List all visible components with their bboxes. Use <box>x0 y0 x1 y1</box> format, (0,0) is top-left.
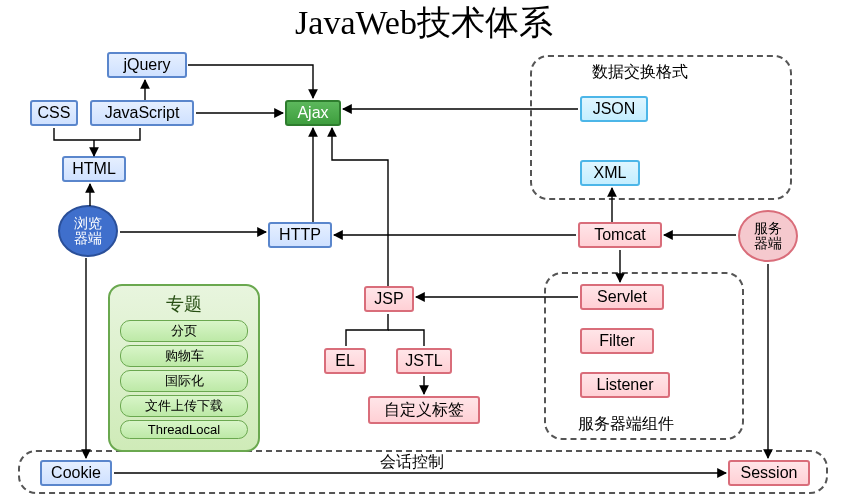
node-session: Session <box>728 460 810 486</box>
diagram-title: JavaWeb技术体系 <box>0 0 848 46</box>
node-tomcat: Tomcat <box>578 222 662 248</box>
group-data-format-label: 数据交换格式 <box>592 62 688 83</box>
node-server: 服务 器端 <box>738 210 798 262</box>
node-servlet: Servlet <box>580 284 664 310</box>
topic-item: ThreadLocal <box>120 420 248 439</box>
node-http: HTTP <box>268 222 332 248</box>
node-jsp: JSP <box>364 286 414 312</box>
topics-title: 专题 <box>120 292 248 316</box>
topic-item: 国际化 <box>120 370 248 392</box>
node-cookie: Cookie <box>40 460 112 486</box>
node-custom-tag: 自定义标签 <box>368 396 480 424</box>
node-el: EL <box>324 348 366 374</box>
node-html: HTML <box>62 156 126 182</box>
topic-item: 文件上传下载 <box>120 395 248 417</box>
node-ajax: Ajax <box>285 100 341 126</box>
node-json: JSON <box>580 96 648 122</box>
group-server-components-label: 服务器端组件 <box>578 414 674 435</box>
node-listener: Listener <box>580 372 670 398</box>
node-xml: XML <box>580 160 640 186</box>
node-css: CSS <box>30 100 78 126</box>
topic-item: 分页 <box>120 320 248 342</box>
topic-item: 购物车 <box>120 345 248 367</box>
node-filter: Filter <box>580 328 654 354</box>
topics-panel: 专题 分页 购物车 国际化 文件上传下载 ThreadLocal <box>108 284 260 452</box>
node-jquery: jQuery <box>107 52 187 78</box>
node-jstl: JSTL <box>396 348 452 374</box>
node-browser: 浏览 器端 <box>58 205 118 257</box>
node-javascript: JavaScript <box>90 100 194 126</box>
group-session-control-label: 会话控制 <box>380 452 444 473</box>
